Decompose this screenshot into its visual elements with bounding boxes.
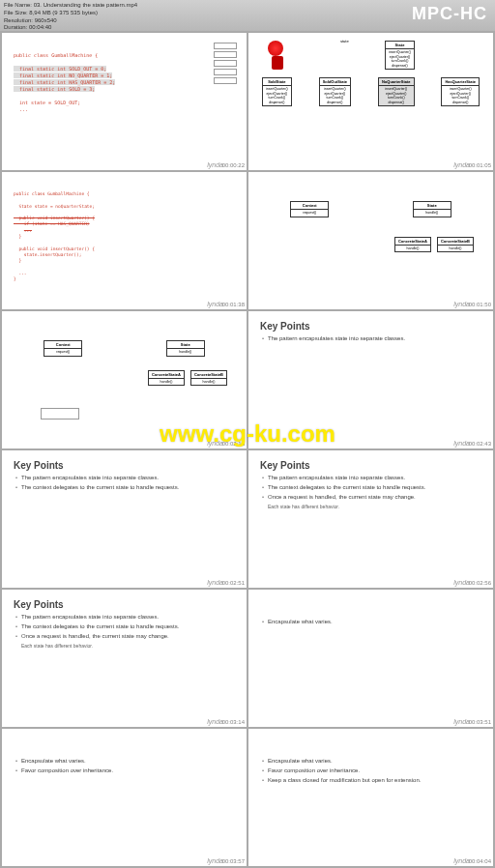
timestamp: 00:01:38: [222, 302, 245, 307]
uml-context: Contextrequest(): [44, 340, 82, 357]
uml-state: Statehandle(): [166, 340, 205, 357]
uml-csa: ConcreteStateAhandle(): [148, 370, 185, 387]
uml-csb: ConcreteStateBhandle(): [190, 370, 227, 387]
slide-10[interactable]: Encapsulate what varies. lynda 00:03:51: [248, 590, 493, 727]
code-block: public class GumballMachine { State stat…: [2, 172, 247, 302]
uml-context: Contextrequest(): [290, 201, 329, 217]
timestamp: 00:02:43: [469, 441, 491, 447]
file-resolution: Resolution: 960x540: [4, 17, 137, 25]
timestamp: 00:04:04: [469, 858, 491, 864]
logo: lynda: [207, 579, 223, 586]
uml-csb: ConcreteStateBhandle(): [437, 237, 474, 253]
slide-8[interactable]: Key Points The pattern encapsulates stat…: [248, 450, 493, 588]
uml-sold: SoldStateinsertQuarter() ejectQuarter() …: [262, 77, 292, 106]
uml-csa: ConcreteStateAhandle(): [394, 237, 431, 253]
slide-3[interactable]: public class GumballMachine { State stat…: [2, 172, 247, 309]
logo: lynda: [207, 301, 223, 307]
file-size: File Size: 8,94 MB (9 375 535 bytes): [4, 10, 137, 17]
state-label: state: [340, 39, 349, 43]
logo: lynda: [453, 718, 470, 725]
kp-title: Key Points: [248, 450, 493, 475]
slide-6[interactable]: Key Points The pattern encapsulates stat…: [248, 311, 493, 448]
kp-list: Encapsulate what varies. Favor compositi…: [2, 729, 247, 773]
timestamp: 00:00:22: [222, 162, 245, 168]
thumbnail-grid: public class GumballMachine { final stat…: [0, 31, 495, 868]
code-block: public class GumballMachine { final stat…: [2, 33, 247, 132]
logo: lynda: [453, 857, 470, 864]
logo: lynda: [207, 440, 223, 447]
timestamp: 00:03:51: [469, 719, 491, 725]
slide-4[interactable]: Contextrequest() Statehandle() ConcreteS…: [248, 172, 493, 309]
kp-list: Encapsulate what varies. Favor compositi…: [248, 729, 493, 783]
kp-sub: Each state has different behavior.: [2, 643, 247, 649]
note-box: [41, 408, 79, 420]
kp-title: Key Points: [2, 450, 247, 475]
kp-list: The pattern encapsulates state into sepa…: [248, 475, 493, 500]
timestamp: 00:02:56: [469, 580, 491, 586]
gumball-icon: [268, 41, 287, 70]
kp-title: Key Points: [2, 590, 247, 614]
file-info: File Name: 03. Understanding the state p…: [4, 2, 137, 32]
slide-7[interactable]: Key Points The pattern encapsulates stat…: [2, 450, 247, 588]
logo: lynda: [453, 301, 470, 307]
logo: lynda: [207, 718, 223, 725]
logo: lynda: [207, 161, 223, 168]
slide-9[interactable]: Key Points The pattern encapsulates stat…: [2, 590, 247, 727]
kp-list: The pattern encapsulates state into sepa…: [2, 614, 247, 639]
logo: lynda: [207, 857, 223, 864]
kp-title: Key Points: [248, 311, 493, 335]
timestamp: 00:02:16: [222, 441, 245, 447]
file-name: File Name: 03. Understanding the state p…: [4, 2, 137, 10]
kp-sub: Each state has different behavior.: [248, 504, 493, 509]
kp-list: The pattern encapsulates state into sepa…: [2, 475, 247, 490]
mini-boxes: [214, 43, 237, 86]
uml-noquarter: NoQuarterStateinsertQuarter() ejectQuart…: [378, 77, 415, 106]
uml-soldout: SoldOutStateinsertQuarter() ejectQuarter…: [319, 77, 351, 106]
logo: lynda: [453, 440, 470, 447]
uml-state: State insertQuarter() ejectQuarter() tur…: [385, 41, 415, 70]
slide-2[interactable]: state State insertQuarter() ejectQuarter…: [248, 33, 493, 170]
timestamp: 00:02:51: [222, 580, 245, 586]
logo: lynda: [453, 579, 470, 586]
timestamp: 00:03:57: [222, 858, 245, 864]
slide-11[interactable]: Encapsulate what varies. Favor compositi…: [2, 729, 247, 866]
logo: lynda: [453, 161, 470, 168]
app-name: MPC-HC: [412, 4, 487, 24]
slide-12[interactable]: Encapsulate what varies. Favor compositi…: [248, 729, 493, 866]
timestamp: 00:01:50: [469, 302, 491, 307]
slide-5[interactable]: Contextrequest() Statehandle() ConcreteS…: [2, 311, 247, 448]
slide-1[interactable]: public class GumballMachine { final stat…: [2, 33, 247, 170]
uml-state: Statehandle(): [413, 201, 451, 217]
timestamp: 00:03:14: [222, 719, 245, 725]
kp-list: Encapsulate what varies.: [248, 590, 493, 624]
timestamp: 00:01:05: [469, 162, 491, 168]
kp-list: The pattern encapsulates state into sepa…: [248, 335, 493, 341]
uml-hasquarter: HasQuarterStateinsertQuarter() ejectQuar…: [441, 77, 480, 106]
